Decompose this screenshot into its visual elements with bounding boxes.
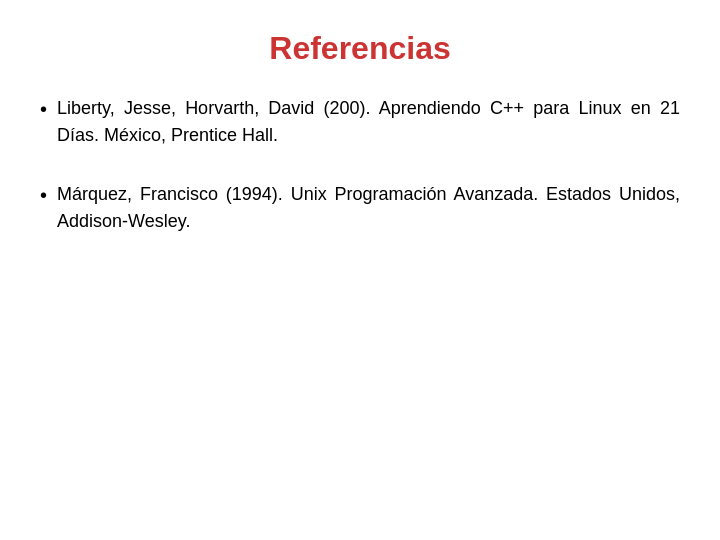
page-title: Referencias bbox=[40, 30, 680, 67]
reference-text-1: Liberty, Jesse, Horvarth, David (200). A… bbox=[57, 95, 680, 149]
reference-text-2: Márquez, Francisco (1994). Unix Programa… bbox=[57, 181, 680, 235]
list-item: • Liberty, Jesse, Horvarth, David (200).… bbox=[40, 95, 680, 149]
bullet-icon: • bbox=[40, 95, 47, 123]
references-list: • Liberty, Jesse, Horvarth, David (200).… bbox=[40, 95, 680, 267]
list-item: • Márquez, Francisco (1994). Unix Progra… bbox=[40, 181, 680, 235]
bullet-icon: • bbox=[40, 181, 47, 209]
page-container: Referencias • Liberty, Jesse, Horvarth, … bbox=[0, 0, 720, 540]
